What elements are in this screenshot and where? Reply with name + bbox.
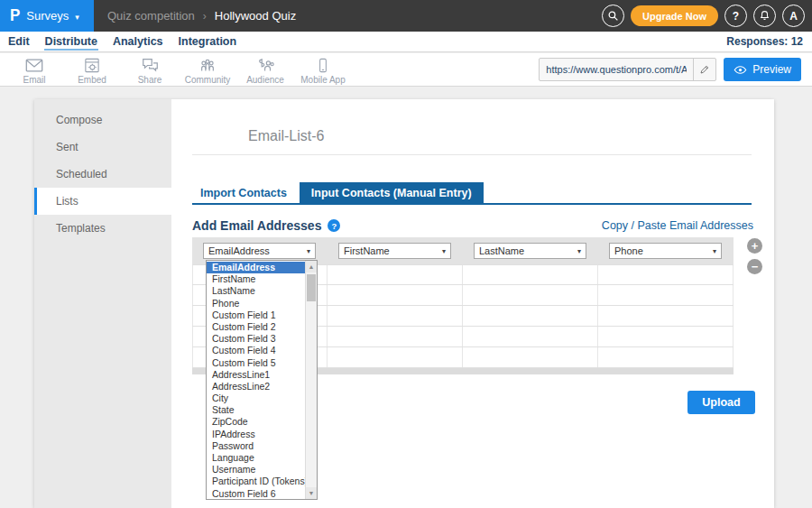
help-button[interactable]: ? [724,5,747,27]
notifications-button[interactable] [753,5,776,27]
dropdown-option[interactable]: State [207,404,305,416]
dropdown-option[interactable]: Password [207,440,305,452]
lists-panel: Email-List-6 Import Contacts Input Conta… [171,99,774,508]
sidebar-item-lists[interactable]: Lists [34,188,171,215]
community-icon [198,57,217,74]
audience-icon [255,57,275,74]
dropdown-option[interactable]: Custom Field 3 [207,333,305,345]
column-select-lastname[interactable]: LastName ▾ [474,243,586,259]
table-cell[interactable] [598,306,734,326]
dropdown-option[interactable]: Language [207,452,305,464]
preview-button[interactable]: Preview [724,58,801,81]
dropdown-option[interactable]: Username [207,464,305,476]
product-name: Surveys [26,9,69,23]
table-cell[interactable] [328,265,463,284]
remove-row-button[interactable]: − [747,259,762,274]
tab-analytics[interactable]: Analytics [112,33,164,51]
dropdown-option[interactable]: Custom Field 2 [207,321,305,333]
dropdown-option[interactable]: LastName [207,285,305,297]
dropdown-option[interactable]: Phone [207,298,305,309]
breadcrumb-folder[interactable]: Quiz competition [107,9,195,23]
help-icon[interactable]: ? [328,219,340,232]
table-cell[interactable] [463,327,598,346]
eye-icon [734,65,747,75]
scroll-up-icon[interactable]: ▲ [306,261,317,272]
table-cell[interactable] [463,265,598,284]
add-row-button[interactable]: + [747,238,762,254]
responses-count[interactable]: Responses: 12 [726,35,803,48]
sidebar-item-scheduled[interactable]: Scheduled [34,161,171,188]
table-cell[interactable] [463,285,598,305]
column-select-email[interactable]: EmailAddress ▾ [203,243,316,259]
mobile-app-icon [315,57,331,74]
survey-url-input[interactable] [540,59,693,80]
table-cell[interactable] [598,347,734,367]
dropdown-option[interactable]: AddressLine1 [207,369,305,381]
sidebar-item-sent[interactable]: Sent [34,134,171,161]
table-cell[interactable] [598,327,734,346]
embed-icon [83,57,101,74]
dropdown-option-list: EmailAddress FirstName LastName Phone Cu… [207,261,305,499]
search-button[interactable] [602,5,624,27]
questionpro-logo-icon: P [10,6,20,25]
breadcrumb-separator-icon: › [203,10,207,23]
toolbar-item-mobile-app[interactable]: Mobile App [294,57,352,85]
sidebar-item-compose[interactable]: Compose [34,106,171,134]
dropdown-option[interactable]: Custom Field 5 [207,357,305,369]
dropdown-option[interactable]: AddressLine2 [207,381,305,393]
dropdown-option[interactable]: Participant ID (Tokens) [207,476,305,487]
table-cell[interactable] [463,306,598,326]
copy-paste-link[interactable]: Copy / Paste Email Addresses [602,219,753,232]
table-cell[interactable] [328,306,463,326]
dropdown-option[interactable]: Custom Field 1 [207,309,305,321]
toolbar-item-label: Audience [246,75,284,85]
table-cell[interactable] [328,347,463,367]
scroll-down-icon[interactable]: ▼ [306,487,317,499]
dropdown-scrollbar[interactable]: ▲ ▼ [305,261,317,499]
toolbar-item-share[interactable]: Share [121,57,179,85]
toolbar-item-audience[interactable]: Audience [236,57,294,85]
contacts-tabs: Import Contacts Input Contacts (Manual E… [192,182,752,205]
tab-edit[interactable]: Edit [7,33,31,51]
toolbar-item-label: Email [23,75,45,85]
search-icon [607,10,619,22]
select-value: Phone [614,245,643,256]
upload-button[interactable]: Upload [687,391,755,414]
dropdown-option[interactable]: FirstName [207,273,305,285]
dropdown-option[interactable]: IPAddress [207,429,305,440]
tab-import-contacts[interactable]: Import Contacts [192,182,295,203]
toolbar-item-community[interactable]: Community [179,57,236,85]
table-cell[interactable] [328,285,463,305]
scrollbar-thumb[interactable] [307,274,316,301]
table-cell[interactable] [463,347,598,367]
dropdown-option[interactable]: Custom Field 6 [207,488,305,499]
upgrade-now-button[interactable]: Upgrade Now [631,5,718,26]
email-icon [24,57,44,74]
toolbar-item-email[interactable]: Email [5,57,63,85]
bell-icon [759,10,770,22]
toolbar-item-label: Mobile App [300,75,345,85]
table-cell[interactable] [598,265,734,284]
dropdown-option[interactable]: Custom Field 4 [207,345,305,356]
divider [192,154,752,155]
surveys-menu[interactable]: P Surveys ▾ [0,0,94,32]
column-select-firstname[interactable]: FirstName ▾ [338,243,451,259]
table-cell[interactable] [598,285,734,305]
column-dropdown-open: EmailAddress FirstName LastName Phone Cu… [206,260,318,500]
dropdown-option[interactable]: EmailAddress [207,262,305,273]
dropdown-option[interactable]: ZipCode [207,416,305,428]
column-select-phone[interactable]: Phone ▾ [609,243,722,259]
dropdown-option[interactable]: City [207,393,305,404]
toolbar-item-embed[interactable]: Embed [63,57,121,85]
tab-integration[interactable]: Integration [178,33,238,51]
select-value: EmailAddress [208,245,270,256]
toolbar-item-label: Share [138,75,162,85]
tab-distribute[interactable]: Distribute [44,33,98,51]
section-title: Add Email Addresses [192,218,321,233]
edit-url-button[interactable] [693,59,715,80]
topbar-actions: Upgrade Now ? A [602,5,812,27]
table-cell[interactable] [328,327,463,346]
tab-input-contacts-manual[interactable]: Input Contacts (Manual Entry) [300,182,484,203]
sidebar-item-templates[interactable]: Templates [34,215,171,242]
account-avatar[interactable]: A [782,5,805,27]
